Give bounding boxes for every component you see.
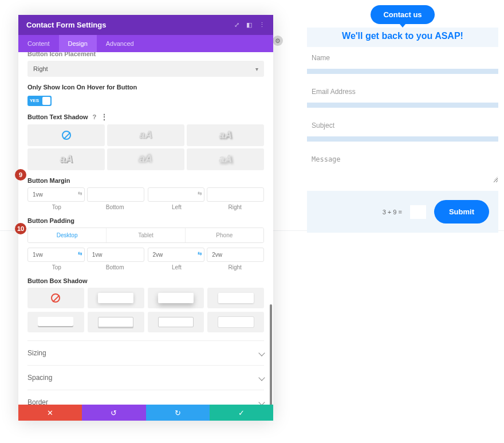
margin-top-input[interactable] — [27, 187, 85, 202]
link-icon[interactable]: ⇆ — [78, 190, 82, 196]
padding-right-input[interactable] — [207, 248, 264, 262]
panel-title: Contact Form Settings — [26, 21, 106, 29]
tab-design[interactable]: Design — [59, 35, 97, 52]
resize-handle-icon[interactable] — [493, 175, 498, 181]
margin-left-input[interactable] — [148, 187, 205, 202]
contact-us-button[interactable]: Contact us — [371, 5, 434, 24]
skeleton-line — [307, 69, 498, 74]
icon-placement-select[interactable]: Right ▾ — [27, 61, 264, 77]
box-shadow-grid — [27, 288, 264, 332]
padding-top-input[interactable] — [27, 248, 85, 262]
settings-panel: Contact Form Settings ⤢ ◧ ⋮ Content Desi… — [18, 15, 273, 421]
box-shadow-1[interactable] — [88, 288, 144, 308]
label-button-margin: Button Margin — [27, 177, 264, 184]
toggle-knob — [42, 97, 50, 105]
icon-placement-value: Right — [33, 65, 48, 72]
settings-gear-float[interactable]: ⚙ — [273, 36, 283, 46]
preview-heading-wrap: We'll get back to you ASAP! — [307, 28, 498, 47]
chevron-down-icon — [258, 374, 265, 381]
text-shadow-2[interactable]: aA — [187, 124, 264, 146]
chevron-down-icon — [258, 350, 265, 356]
panel-body: Button Icon Placement Right ▾ Only Show … — [18, 52, 273, 405]
captcha-input[interactable] — [410, 205, 426, 219]
form-preview: Contact us We'll get back to you ASAP! 3… — [307, 5, 498, 233]
box-shadow-7[interactable] — [207, 312, 264, 332]
marker-9: 9 — [15, 169, 26, 181]
device-tabs: Desktop Tablet Phone — [27, 228, 264, 243]
submit-button[interactable]: Submit — [434, 200, 489, 224]
device-desktop[interactable]: Desktop — [28, 228, 106, 242]
text-shadow-4[interactable]: aA — [107, 148, 184, 170]
undo-button[interactable]: ↺ — [82, 405, 145, 421]
box-shadow-none[interactable] — [27, 288, 84, 308]
device-tablet[interactable]: Tablet — [106, 228, 184, 242]
name-input[interactable] — [307, 47, 498, 69]
box-shadow-3[interactable] — [207, 288, 264, 308]
padding-inputs: ⇆ Top Bottom ⇆ Left Right — [27, 248, 264, 270]
preview-heading: We'll get back to you ASAP! — [307, 31, 498, 41]
subject-input[interactable] — [307, 115, 498, 136]
options-dots-icon[interactable]: ⋮ — [101, 113, 108, 121]
hover-toggle[interactable]: YES — [27, 96, 52, 106]
skeleton-line — [307, 136, 498, 142]
label-text-shadow: Button Text Shadow ? ⋮ — [27, 113, 264, 121]
select-caret-icon: ▾ — [255, 66, 258, 72]
text-shadow-1[interactable]: aA — [107, 124, 184, 146]
tabs: Content Design Advanced — [18, 35, 273, 52]
box-shadow-4[interactable] — [27, 312, 84, 332]
margin-right-input[interactable] — [207, 187, 264, 202]
margin-bottom-input[interactable] — [87, 187, 144, 202]
label-box-shadow: Button Box Shadow — [27, 277, 264, 284]
ban-icon — [51, 293, 60, 303]
acc-sizing[interactable]: Sizing — [27, 341, 264, 366]
link-icon[interactable]: ⇆ — [78, 250, 82, 256]
link-icon[interactable]: ⇆ — [198, 250, 202, 256]
message-textarea[interactable] — [307, 148, 498, 183]
link-icon[interactable]: ⇆ — [198, 190, 202, 196]
expand-icon[interactable]: ⤢ — [234, 21, 239, 29]
padding-bottom-input[interactable] — [87, 248, 144, 262]
confirm-button[interactable]: ✓ — [210, 405, 273, 421]
text-shadow-5[interactable]: aA — [187, 148, 264, 170]
box-shadow-6[interactable] — [148, 312, 204, 332]
scrollbar[interactable] — [270, 304, 272, 405]
menu-dots-icon[interactable]: ⋮ — [259, 21, 265, 29]
box-shadow-2[interactable] — [148, 288, 204, 308]
label-button-padding: Button Padding — [27, 217, 264, 224]
label-hover-icon: Only Show Icon On Hover for Button — [27, 84, 264, 91]
padding-left-input[interactable] — [148, 248, 205, 262]
panel-header: Contact Form Settings ⤢ ◧ ⋮ — [18, 15, 273, 35]
acc-spacing[interactable]: Spacing — [27, 366, 264, 390]
skeleton-line — [307, 103, 498, 108]
panel-footer: ✕ ↺ ↻ ✓ — [18, 405, 273, 421]
chevron-down-icon — [258, 399, 265, 405]
toggle-text: YES — [27, 98, 39, 103]
device-phone[interactable]: Phone — [185, 228, 263, 242]
tab-advanced[interactable]: Advanced — [97, 35, 143, 52]
margin-inputs: ⇆ Top Bottom ⇆ Left Right — [27, 187, 264, 210]
acc-border[interactable]: Border — [27, 390, 264, 405]
ban-icon — [62, 131, 71, 140]
marker-10: 10 — [15, 223, 26, 234]
cancel-button[interactable]: ✕ — [18, 405, 82, 421]
grid-icon[interactable]: ◧ — [246, 21, 252, 29]
help-icon[interactable]: ? — [93, 113, 97, 120]
captcha-row: 3 + 9 = Submit — [307, 191, 498, 233]
box-shadow-5[interactable] — [88, 312, 144, 332]
redo-button[interactable]: ↻ — [146, 405, 210, 421]
captcha-text: 3 + 9 = — [383, 209, 402, 215]
text-shadow-none[interactable] — [27, 124, 105, 146]
email-input[interactable] — [307, 81, 498, 103]
accordion: Sizing Spacing Border Box Shadow Filters — [27, 340, 264, 405]
tab-content[interactable]: Content — [18, 35, 59, 52]
label-icon-placement: Button Icon Placement — [27, 52, 264, 57]
text-shadow-grid: aA aA aA aA aA — [27, 124, 264, 170]
text-shadow-3[interactable]: aA — [27, 148, 105, 170]
